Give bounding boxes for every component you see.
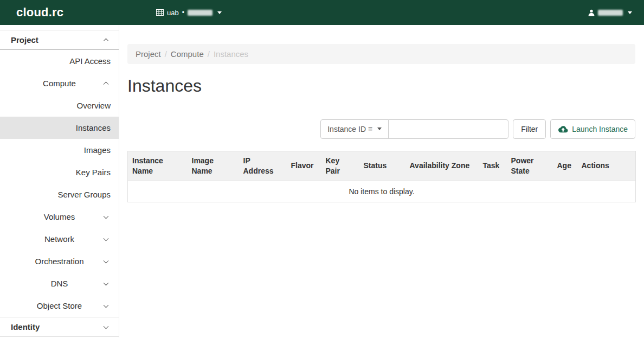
sidebar-item-label: Orchestration (35, 257, 83, 266)
sidebar-item-compute[interactable]: Compute (0, 72, 119, 94)
filter-field-dropdown[interactable]: Instance ID = (320, 119, 389, 139)
breadcrumb-link-project[interactable]: Project (136, 49, 161, 59)
sidebar-item-label: Overview (76, 101, 111, 110)
sidebar-section-identity[interactable]: Identity (0, 317, 119, 337)
sidebar-item-api-access[interactable]: API Access (0, 50, 119, 72)
user-menu[interactable] (588, 9, 632, 16)
sidebar-item-label: Compute (43, 79, 76, 88)
filter-input[interactable] (388, 119, 508, 139)
project-switcher[interactable]: uab • (156, 9, 222, 17)
chevron-up-icon (104, 81, 109, 87)
column-header-age: Age (553, 151, 577, 181)
page-title: Instances (127, 76, 644, 96)
column-header-ip-address: IP Address (239, 151, 287, 181)
breadcrumb: Project/Compute/Instances (127, 44, 635, 64)
sidebar-item-label: Key Pairs (76, 168, 111, 177)
chevron-down-icon (628, 11, 632, 14)
sidebar-item-label: DNS (51, 279, 68, 288)
column-header-power-state: Power State (507, 151, 553, 181)
sidebar-item-dns[interactable]: DNS (0, 272, 119, 295)
chevron-down-icon (104, 302, 109, 308)
sidebar-item-overview[interactable]: Overview (0, 94, 119, 117)
sidebar-item-label: Images (84, 145, 111, 155)
chevron-down-icon (377, 127, 382, 130)
top-navbar: cloud.rc uab • (0, 0, 644, 25)
sidebar-item-key-pairs[interactable]: Key Pairs (0, 161, 119, 183)
column-header-availability-zone: Availability Zone (405, 151, 479, 181)
chevron-up-icon (104, 38, 109, 43)
breadcrumb-separator: / (165, 49, 167, 59)
cloud-upload-icon (558, 125, 568, 133)
sidebar-section-project-label: Project (11, 35, 38, 44)
sidebar-item-orchestration[interactable]: Orchestration (0, 250, 119, 272)
table-empty-row: No items to display. (128, 181, 636, 202)
filter-field-dropdown-label: Instance ID = (327, 125, 372, 133)
sidebar-item-label: Server Groups (57, 190, 111, 199)
sidebar-section-identity-label: Identity (11, 322, 40, 331)
column-header-key-pair: Key Pair (321, 151, 359, 181)
sidebar-section-project[interactable]: Project (0, 30, 119, 50)
sidebar-item-volumes[interactable]: Volumes (0, 206, 119, 228)
sidebar: Project API Access Compute Overview Inst… (0, 25, 119, 338)
sidebar-item-images[interactable]: Images (0, 139, 119, 161)
building-grid-icon (156, 9, 164, 16)
breadcrumb-separator: / (208, 49, 210, 59)
sidebar-item-label: Object Store (37, 301, 82, 310)
sidebar-item-label: API Access (69, 56, 111, 66)
empty-message: No items to display. (128, 181, 636, 202)
chevron-down-icon (104, 280, 109, 285)
sidebar-item-instances[interactable]: Instances (0, 117, 119, 139)
filter-button-label: Filter (521, 125, 538, 133)
brand-logo[interactable]: cloud.rc (0, 5, 119, 20)
column-header-instance-name: Instance Name (128, 151, 188, 181)
sidebar-item-label: Volumes (44, 212, 75, 221)
column-header-flavor: Flavor (287, 151, 321, 181)
main-content: Project/Compute/Instances Instances Inst… (119, 25, 644, 338)
user-icon (588, 9, 595, 16)
project-switcher-org: uab (167, 9, 179, 17)
project-switcher-separator: • (182, 9, 184, 16)
column-header-status: Status (359, 151, 405, 181)
chevron-down-icon (104, 235, 109, 241)
sidebar-item-label: Network (44, 234, 74, 244)
redacted-project-name (188, 10, 212, 16)
sidebar-item-object-store[interactable]: Object Store (0, 295, 119, 317)
redacted-username (598, 10, 623, 16)
table-toolbar: Instance ID = Filter Launch Instance (127, 119, 635, 139)
breadcrumb-current: Instances (214, 49, 248, 59)
launch-instance-button[interactable]: Launch Instance (550, 119, 635, 139)
column-header-actions: Actions (577, 151, 636, 181)
column-header-image-name: Image Name (188, 151, 239, 181)
sidebar-item-server-groups[interactable]: Server Groups (0, 183, 119, 206)
column-header-task: Task (479, 151, 507, 181)
chevron-down-icon (104, 213, 109, 219)
launch-instance-button-label: Launch Instance (572, 125, 628, 133)
chevron-down-icon (104, 323, 109, 329)
sidebar-item-label: Instances (76, 123, 111, 132)
chevron-down-icon (104, 258, 109, 263)
breadcrumb-link-compute[interactable]: Compute (171, 49, 204, 59)
table-header-row: Instance Name Image Name IP Address Flav… (128, 151, 636, 181)
chevron-down-icon (217, 11, 222, 14)
instances-table: Instance Name Image Name IP Address Flav… (127, 151, 636, 202)
sidebar-item-network[interactable]: Network (0, 228, 119, 250)
filter-button[interactable]: Filter (513, 119, 546, 139)
